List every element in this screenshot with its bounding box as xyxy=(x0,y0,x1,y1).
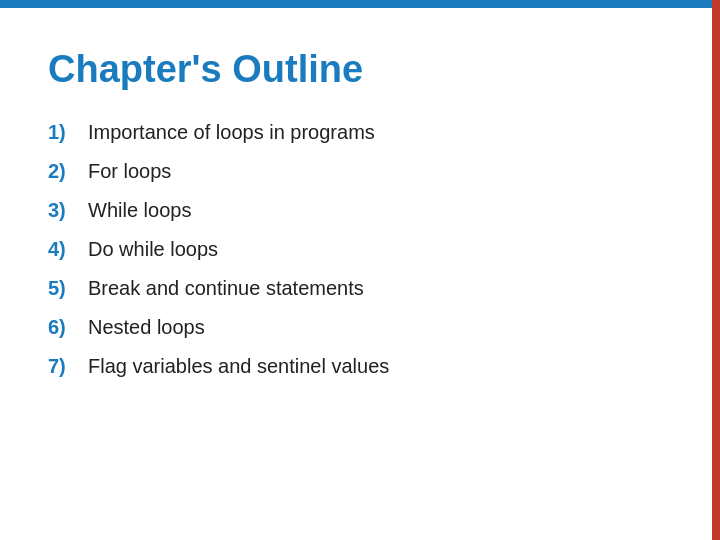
main-content: Chapter's Outline 1)Importance of loops … xyxy=(0,0,720,434)
item-text: For loops xyxy=(88,160,171,183)
item-number: 5) xyxy=(48,277,88,300)
list-item: 3)While loops xyxy=(48,199,660,222)
outline-list: 1)Importance of loops in programs2)For l… xyxy=(48,121,660,378)
item-number: 3) xyxy=(48,199,88,222)
item-number: 7) xyxy=(48,355,88,378)
item-text: Nested loops xyxy=(88,316,205,339)
side-bar xyxy=(712,0,720,540)
list-item: 1)Importance of loops in programs xyxy=(48,121,660,144)
item-text: While loops xyxy=(88,199,191,222)
list-item: 5)Break and continue statements xyxy=(48,277,660,300)
list-item: 6)Nested loops xyxy=(48,316,660,339)
item-text: Importance of loops in programs xyxy=(88,121,375,144)
item-number: 1) xyxy=(48,121,88,144)
item-number: 2) xyxy=(48,160,88,183)
item-number: 6) xyxy=(48,316,88,339)
page-title: Chapter's Outline xyxy=(48,48,660,91)
list-item: 7)Flag variables and sentinel values xyxy=(48,355,660,378)
list-item: 4)Do while loops xyxy=(48,238,660,261)
top-bar xyxy=(0,0,720,8)
item-number: 4) xyxy=(48,238,88,261)
item-text: Do while loops xyxy=(88,238,218,261)
item-text: Break and continue statements xyxy=(88,277,364,300)
item-text: Flag variables and sentinel values xyxy=(88,355,389,378)
list-item: 2)For loops xyxy=(48,160,660,183)
